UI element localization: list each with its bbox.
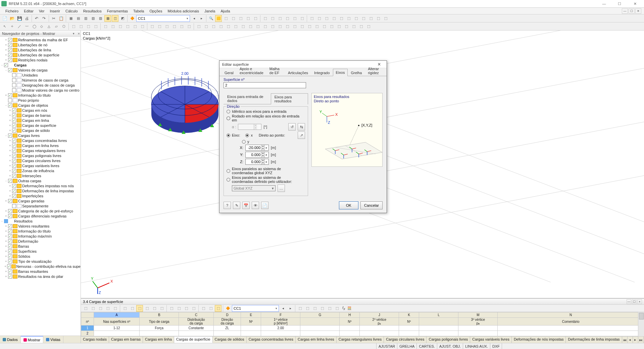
tree-item[interactable]: +Cargas de superfície bbox=[0, 123, 81, 128]
tb-btn[interactable]: ⬚ bbox=[186, 23, 192, 30]
dp-btn[interactable]: ⬚ bbox=[136, 305, 143, 312]
x-field[interactable] bbox=[246, 145, 261, 150]
dp-btn[interactable]: ⬚ bbox=[334, 305, 340, 312]
dialog-tab[interactable]: Grelha bbox=[348, 69, 365, 76]
status-grelha[interactable]: GRELHA bbox=[397, 343, 416, 349]
cancel-button[interactable]: Cancelar bbox=[360, 201, 383, 209]
tb-btn[interactable]: ⬚ bbox=[277, 23, 283, 30]
tb-btn[interactable]: ⬚ bbox=[149, 23, 155, 30]
dialog-tab[interactable]: Malha de EF bbox=[266, 65, 285, 76]
tab-nav[interactable]: ⏭ bbox=[638, 337, 644, 343]
tb-btn[interactable]: ⬚ bbox=[163, 23, 170, 30]
alpha-tool1[interactable]: ↺ bbox=[288, 123, 296, 131]
radio-parallel-global[interactable]: Eixos paralelos ao sistema de coordenada… bbox=[227, 167, 305, 175]
tree-item[interactable]: +Interseções bbox=[0, 173, 81, 178]
tb-btn[interactable]: ⬚ bbox=[328, 23, 335, 30]
tb-cursor[interactable]: ↖ bbox=[1, 23, 8, 30]
dp-loadcase-combo[interactable]: CC1 bbox=[232, 305, 279, 312]
tb-prev[interactable]: ◂ bbox=[191, 15, 197, 22]
dp-btn[interactable]: ⬚ bbox=[144, 305, 150, 312]
minimize-button[interactable]: — bbox=[596, 0, 612, 8]
mdi-close[interactable]: ✕ bbox=[635, 8, 641, 14]
tb-btn[interactable]: ◩ bbox=[119, 15, 126, 22]
tb-btn[interactable]: ▤ bbox=[75, 15, 82, 22]
tb-btn[interactable]: ⬚ bbox=[262, 23, 268, 30]
dialog-tab[interactable]: Geral bbox=[221, 69, 237, 76]
menu-opcoes[interactable]: Opções bbox=[147, 8, 165, 14]
bottom-tab[interactable]: Cargas concentradas livres bbox=[247, 337, 296, 343]
bottom-tab[interactable]: Cargas em linha livres bbox=[296, 337, 337, 343]
user-cs-combo[interactable]: Global XYZ bbox=[232, 185, 276, 191]
dp-btn[interactable]: ⬚ bbox=[326, 305, 333, 312]
tree-item[interactable]: +Nervuras - contribuição efetiva na supe bbox=[0, 264, 81, 269]
radio-axis[interactable]: Eixo: x Direto ao ponto: ↗ bbox=[227, 132, 305, 139]
tree-item[interactable]: Designações de casos de carga bbox=[0, 83, 81, 88]
bottom-tab[interactable]: Cargas nodais bbox=[81, 337, 109, 343]
tb-btn[interactable]: ⬚ bbox=[70, 23, 77, 30]
tb-btn[interactable]: ⬚ bbox=[308, 15, 315, 22]
tree-item[interactable]: -Cargas de objetos bbox=[0, 103, 81, 108]
radio-identical[interactable]: Idêntico aos eixos para a entrada bbox=[227, 109, 305, 113]
bottom-tab[interactable]: Cargas retangulares livres bbox=[337, 337, 384, 343]
tb-btn[interactable]: ⬚ bbox=[139, 23, 146, 30]
tree-item[interactable]: +Superfícies bbox=[0, 249, 81, 254]
tree-item[interactable]: +Cargas diferenciais negativas bbox=[0, 213, 81, 218]
dp-btn[interactable]: ⬚ bbox=[304, 305, 311, 312]
dp-btn[interactable]: ⬚ bbox=[158, 305, 165, 312]
tb-next[interactable]: ▸ bbox=[198, 15, 205, 22]
tb-btn[interactable]: ⬚ bbox=[254, 23, 261, 30]
tab-nav[interactable]: ◂ bbox=[628, 337, 633, 343]
tree-item[interactable]: +Cargas de barras bbox=[0, 113, 81, 118]
dp-max[interactable]: ☐ bbox=[632, 299, 637, 304]
tb-line[interactable]: ／ bbox=[16, 23, 23, 30]
tb-new[interactable]: 📄 bbox=[1, 15, 8, 22]
tree-item[interactable]: +Cargas circulares livres bbox=[0, 158, 81, 163]
tb-btn[interactable]: ⬚ bbox=[178, 23, 185, 30]
dialog-tab[interactable]: Apoio e excentricidade bbox=[237, 65, 266, 76]
tree-item[interactable]: +Tipo de visualização bbox=[0, 259, 81, 264]
menu-ficheiro[interactable]: Ficheiro bbox=[3, 8, 21, 14]
tb-cut[interactable]: ✂ bbox=[50, 15, 57, 22]
tb-btn[interactable]: 🔍 bbox=[208, 15, 214, 22]
tb-btn[interactable]: ⬚ bbox=[247, 23, 254, 30]
menu-ver[interactable]: Ver bbox=[36, 8, 47, 14]
menu-ferramentas[interactable]: Ferramentas bbox=[104, 8, 131, 14]
dp-fx[interactable]: 🧮 bbox=[346, 305, 353, 312]
tree-item[interactable]: +Cargas poligonais livres bbox=[0, 153, 81, 158]
tree-item[interactable]: -Cargas bbox=[0, 62, 81, 67]
tb-btn[interactable]: ⬚ bbox=[269, 15, 276, 22]
menu-editar[interactable]: Editar bbox=[21, 8, 36, 14]
tb-loadcase-icon[interactable]: 🔶 bbox=[129, 15, 136, 22]
tree-item[interactable]: +Cargas geradas bbox=[0, 198, 81, 203]
navigator-tree[interactable]: +Refinamentos da malha de EF+Libertações… bbox=[0, 37, 81, 336]
dp-btn[interactable]: ⬚ bbox=[176, 305, 182, 312]
tb-btn[interactable]: ⬚ bbox=[358, 23, 364, 30]
z-field[interactable] bbox=[246, 159, 261, 164]
dp-btn[interactable]: ⬚ bbox=[97, 305, 104, 312]
dlg-report-button[interactable]: 📄 bbox=[261, 202, 268, 209]
tree-item[interactable]: +Cargas de sólido bbox=[0, 128, 81, 133]
axis-y-row[interactable]: y bbox=[242, 140, 305, 144]
tb-btn[interactable]: ⬚ bbox=[195, 23, 202, 30]
tree-item[interactable]: +Deformações de linha impostas bbox=[0, 188, 81, 193]
tb-btn[interactable]: ⬚ bbox=[299, 23, 305, 30]
dp-btn[interactable]: ⬚ bbox=[200, 305, 207, 312]
tb-btn[interactable]: ⬚ bbox=[353, 15, 359, 22]
dp-btn[interactable]: ⬚ bbox=[112, 305, 118, 312]
bottom-tab[interactable]: Cargas em linha bbox=[143, 337, 174, 343]
tb-undo[interactable]: ↶ bbox=[33, 15, 40, 22]
tb-btn[interactable]: ⬚ bbox=[277, 15, 283, 22]
navigator-close-icon[interactable]: × bbox=[78, 32, 80, 36]
tree-item[interactable]: +Barras resultantes bbox=[0, 269, 81, 274]
tb-btn[interactable]: ⬚ bbox=[365, 23, 372, 30]
tree-item[interactable]: Unidades bbox=[0, 72, 81, 78]
tree-item[interactable]: +Restrições nodais bbox=[0, 57, 81, 62]
tree-item[interactable]: +Cargas concentradas livres bbox=[0, 138, 81, 143]
dp-btn[interactable]: ⬚ bbox=[129, 305, 136, 312]
subtab-result-axes[interactable]: Eixos para resultados bbox=[271, 93, 308, 104]
tree-item[interactable]: Separadamente bbox=[0, 203, 81, 208]
tb-btn[interactable]: ⬚ bbox=[237, 15, 244, 22]
tb-btn[interactable]: ⬚ bbox=[291, 23, 298, 30]
tb-btn[interactable]: ⬚ bbox=[316, 15, 323, 22]
tree-item[interactable]: +Deformações impostas nos nós bbox=[0, 183, 81, 188]
